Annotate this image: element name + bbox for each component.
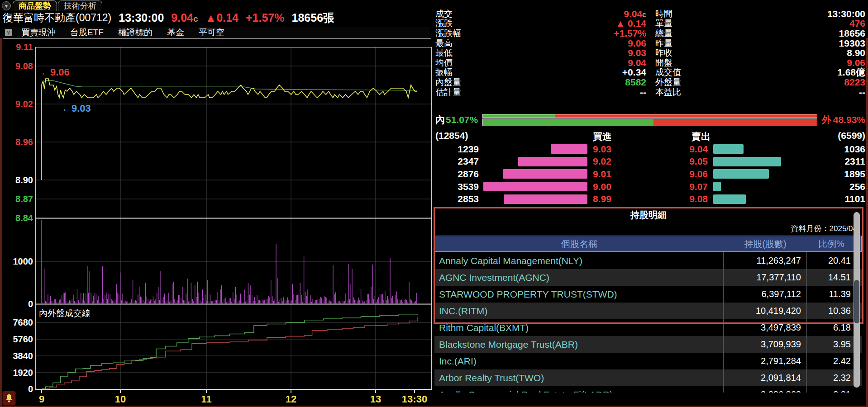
- quote-value: 476: [729, 18, 865, 29]
- last-price: 9.04c: [171, 11, 198, 24]
- order-book-row[interactable]: 28769.019.061895: [435, 168, 865, 180]
- x-axis-label: 13:30: [402, 393, 427, 405]
- y-axis-label: 8.90: [0, 175, 33, 185]
- quote-detail-panel: 成交9.04c時間13:30:00漲跌▲ 0.14單量476漲跌幅+1.57%總…: [434, 0, 866, 407]
- holding-percent: 3.95: [806, 336, 855, 353]
- x-axis-tick: [291, 389, 291, 393]
- window-border-right: [866, 38, 868, 407]
- ratio-bar-top-strip: [482, 114, 817, 118]
- holding-shares: 17,377,110: [723, 269, 806, 286]
- window-tab-bar: ▼ 商品盤勢 技術分析: [1, 0, 102, 11]
- holdings-row[interactable]: STARWOOD PROPERTY TRUST(STWD)6,397,11211…: [434, 286, 862, 303]
- ask-price[interactable]: 9.04: [675, 144, 708, 155]
- order-book-row[interactable]: 35399.009.07256: [435, 180, 865, 193]
- holdings-scrollbar[interactable]: [854, 212, 860, 388]
- order-book-row[interactable]: 12399.039.041036: [435, 143, 865, 156]
- holdings-row[interactable]: AGNC Investment(AGNC)17,377,11014.51: [434, 269, 862, 286]
- instrument-name: 復華富時不動產(00712): [3, 11, 111, 25]
- bid-price[interactable]: 8.99: [593, 194, 625, 204]
- bid-total: (12854): [435, 130, 468, 141]
- menu-item[interactable]: 權證標的: [118, 27, 153, 38]
- bid-volume-bar: [503, 169, 587, 179]
- ask-volume-bar: [713, 182, 721, 191]
- ask-bar-track: [713, 157, 818, 166]
- ask-price[interactable]: 9.07: [675, 181, 708, 192]
- ask-volume-bar: [713, 194, 746, 204]
- bid-price[interactable]: 9.03: [593, 144, 625, 155]
- ask-volume: 256: [822, 181, 865, 192]
- holding-shares: 2,091,814: [723, 369, 806, 386]
- col-stock-name: 個股名稱: [435, 238, 724, 250]
- holdings-row[interactable]: Blackstone Mortgage Trust(ABR)3,709,9393…: [434, 336, 862, 353]
- x-axis-tick: [206, 389, 207, 393]
- x-axis-tick: [414, 389, 415, 393]
- system-menu-icon[interactable]: ▼: [2, 1, 11, 10]
- inner-outer-line-label: 內外盤成交線: [39, 308, 91, 319]
- holding-percent: 14.51: [806, 269, 855, 286]
- scrollbar-thumb[interactable]: [854, 280, 859, 323]
- menu-item[interactable]: 台股ETF: [70, 27, 104, 38]
- ask-bar-track: [713, 194, 818, 204]
- menu-item[interactable]: 買賣現沖: [21, 27, 56, 38]
- holding-stock-name: Apollo Commercial Real Estate Fi(LADR): [434, 389, 723, 393]
- order-book-row[interactable]: 23479.029.052311: [435, 156, 865, 168]
- holdings-row[interactable]: Arbor Realty Trust(TWO)2,091,8142.32: [434, 369, 862, 386]
- sell-header: 賣出: [692, 130, 711, 143]
- holding-percent: 10.36: [806, 303, 855, 319]
- order-book-header: (12854) 買進 賣出 (6599): [435, 130, 865, 143]
- col-percent: 比例%: [807, 238, 856, 250]
- last-trade-time: 13:30:00: [119, 11, 164, 24]
- holdings-row[interactable]: Inc.(ARI)2,791,2842.42: [434, 353, 862, 369]
- holdings-row[interactable]: Apollo Commercial Real Estate Fi(LADR)2,…: [434, 386, 862, 393]
- bid-volume-bar: [504, 194, 587, 204]
- quote-value: 13:30:00: [729, 9, 865, 19]
- x-axis-label: 9: [39, 393, 44, 405]
- ask-volume: 1101: [822, 194, 865, 204]
- inner-label: 內: [435, 114, 445, 126]
- holding-shares: 2,286,862: [723, 386, 806, 393]
- holding-percent: 2.42: [806, 353, 855, 369]
- quote-value: 9.04: [502, 57, 646, 68]
- quote-value: 8.90: [729, 47, 865, 58]
- bid-price[interactable]: 9.02: [593, 156, 625, 167]
- inner-percent: 51.07%: [446, 114, 478, 125]
- ask-price[interactable]: 9.08: [675, 194, 708, 204]
- y-axis-label: 9.08: [0, 61, 33, 71]
- order-book-row[interactable]: 28538.999.081101: [435, 193, 865, 205]
- outer-label: 外: [822, 114, 831, 126]
- bid-volume-bar: [551, 144, 587, 154]
- quick-menu-bar: ∨ 買賣現沖台股ETF權證標的基金平可空: [3, 26, 431, 39]
- checkbox-icon[interactable]: ∨: [5, 29, 12, 36]
- tab-separator: \: [866, 395, 868, 406]
- bid-bar-track: [482, 194, 587, 204]
- quote-grid: 成交9.04c時間13:30:00漲跌▲ 0.14單量476漲跌幅+1.57%總…: [435, 9, 865, 97]
- price-change: ▲0.14: [205, 11, 238, 24]
- ask-bar-track: [713, 169, 818, 179]
- ask-total: (6599): [838, 130, 865, 141]
- ask-price[interactable]: 9.05: [675, 156, 708, 167]
- chart-plot-area: [35, 47, 432, 390]
- ask-price[interactable]: 9.06: [675, 169, 708, 180]
- bid-bar-track: [482, 169, 587, 179]
- bid-volume-bar: [518, 157, 587, 166]
- low-price-annotation: ←9.03: [62, 103, 91, 114]
- bell-icon: [5, 394, 13, 403]
- holdings-row[interactable]: Annaly Capital Management(NLY)11,263,247…: [434, 252, 862, 269]
- intraday-chart-svg: [35, 47, 432, 390]
- inner-outer-ratio-bar: [482, 114, 817, 126]
- bid-price[interactable]: 9.01: [593, 169, 625, 180]
- ask-volume-bar: [713, 157, 781, 166]
- tab-technical-analysis[interactable]: 技術分析: [58, 0, 102, 11]
- holdings-row[interactable]: Rithm Capital(BXMT)3,497,8396.18: [434, 319, 862, 336]
- holding-stock-name: STARWOOD PROPERTY TRUST(STWD): [434, 289, 723, 300]
- holdings-table-header: 個股名稱 持股(股數) 比例%: [434, 236, 862, 252]
- holdings-panel: 持股明細 資料月份：2025/04 個股名稱 持股(股數) 比例% Annaly…: [434, 206, 863, 393]
- holdings-row[interactable]: INC.(RITM)10,419,42010.36: [434, 303, 862, 319]
- tab-product-overview[interactable]: 商品盤勢: [13, 0, 57, 11]
- bid-bar-track: [482, 182, 587, 191]
- ask-volume: 1895: [822, 169, 865, 180]
- holdings-table-body: Annaly Capital Management(NLY)11,263,247…: [434, 252, 862, 393]
- bid-price[interactable]: 9.00: [593, 181, 625, 192]
- menu-item[interactable]: 平可空: [199, 27, 224, 38]
- menu-item[interactable]: 基金: [167, 27, 184, 38]
